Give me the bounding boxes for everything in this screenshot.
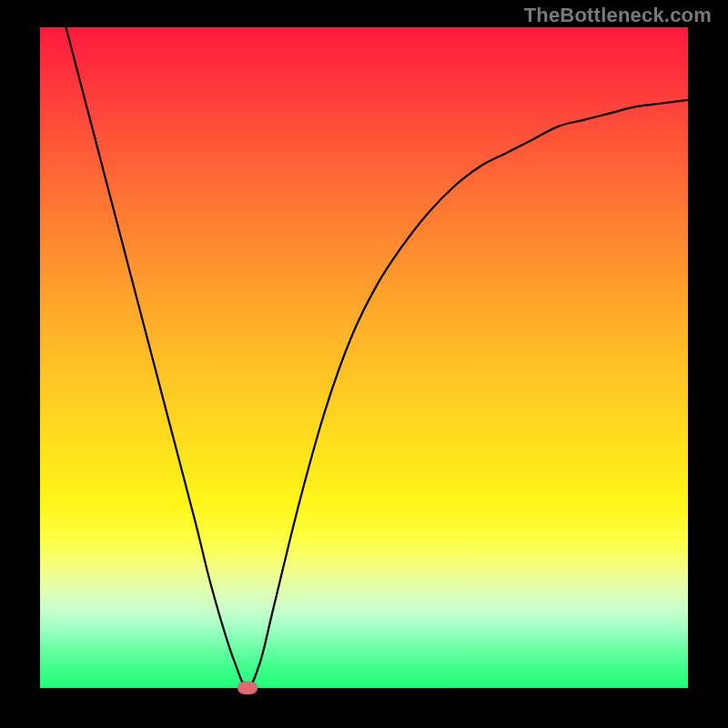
bottleneck-curve	[40, 27, 688, 688]
watermark-text: TheBottleneck.com	[524, 4, 712, 27]
minimum-marker	[238, 682, 258, 694]
chart-frame: TheBottleneck.com	[0, 0, 728, 728]
plot-area	[40, 27, 688, 688]
